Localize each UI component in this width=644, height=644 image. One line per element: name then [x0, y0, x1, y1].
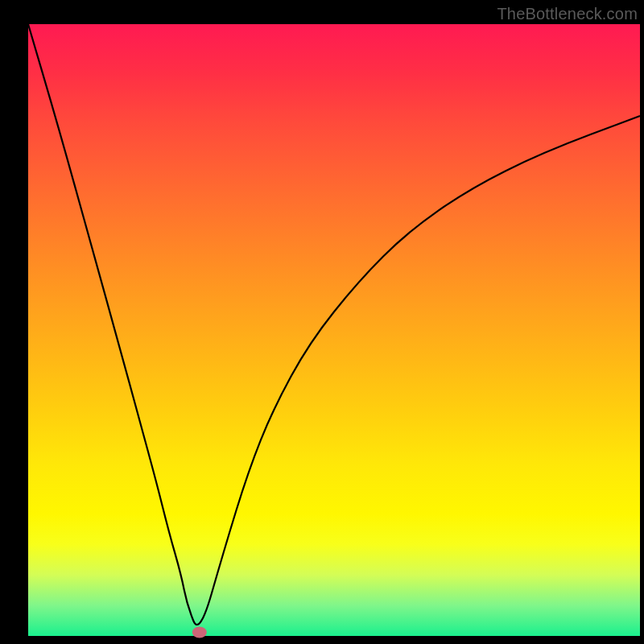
plot-area: [28, 24, 640, 636]
chart-frame: TheBottleneck.com: [0, 0, 644, 644]
curve-layer: [28, 24, 640, 636]
minimum-marker: [192, 626, 207, 638]
bottleneck-curve: [28, 24, 640, 625]
watermark-text: TheBottleneck.com: [497, 5, 638, 23]
